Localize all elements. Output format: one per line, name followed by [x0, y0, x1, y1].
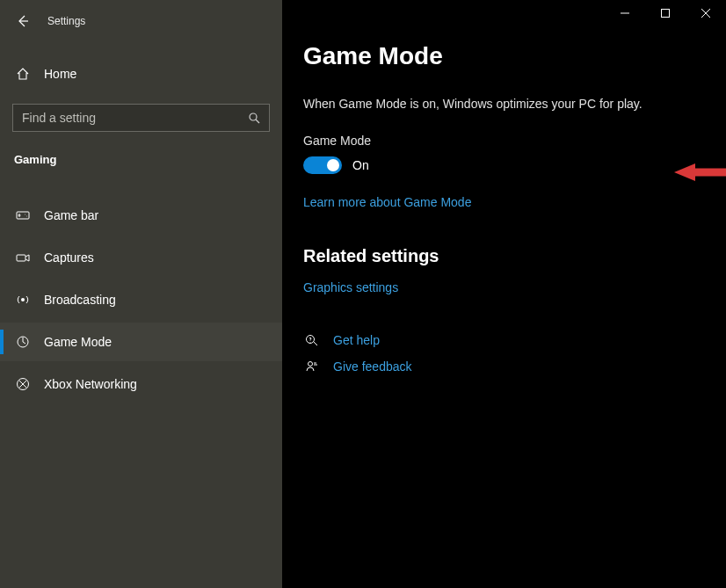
sidebar-item-label: Broadcasting	[44, 293, 116, 307]
related-settings-header: Related settings	[303, 246, 726, 266]
give-feedback-row[interactable]: Give feedback	[303, 359, 726, 374]
sidebar-item-label: Game Mode	[44, 335, 112, 349]
gamemode-icon	[14, 334, 32, 350]
sidebar: Settings Home Gaming Game bar Captures	[0, 0, 282, 588]
sidebar-item-broadcasting[interactable]: Broadcasting	[0, 280, 282, 319]
home-icon	[14, 67, 32, 81]
svg-rect-2	[17, 255, 25, 261]
game-mode-toggle[interactable]	[303, 156, 342, 174]
back-arrow-icon	[16, 14, 30, 28]
sidebar-item-label: Xbox Networking	[44, 377, 137, 391]
window-controls	[605, 0, 726, 26]
feedback-icon	[303, 359, 321, 374]
sidebar-item-game-bar[interactable]: Game bar	[0, 196, 282, 235]
close-icon	[701, 9, 710, 18]
svg-point-8	[309, 362, 313, 367]
sidebar-item-game-mode[interactable]: Game Mode	[0, 323, 282, 361]
search-icon	[248, 112, 260, 124]
captures-icon	[14, 250, 32, 265]
give-feedback-link: Give feedback	[333, 359, 412, 374]
gamebar-icon	[14, 207, 32, 223]
content: Game Mode When Game Mode is on, Windows …	[282, 0, 726, 588]
home-label: Home	[44, 67, 76, 81]
titlebar-left: Settings	[0, 7, 282, 35]
page-description: When Game Mode is on, Windows optimizes …	[303, 97, 726, 111]
page-title: Game Mode	[303, 42, 726, 70]
toggle-state-label: On	[352, 158, 369, 172]
svg-point-3	[21, 298, 25, 301]
nav: Game bar Captures Broadcasting Game Mode…	[0, 196, 282, 403]
game-mode-toggle-row: On	[303, 156, 726, 174]
back-button[interactable]	[9, 7, 37, 35]
sidebar-item-label: Game bar	[44, 208, 98, 222]
sidebar-item-captures[interactable]: Captures	[0, 238, 282, 277]
search-input[interactable]	[22, 111, 248, 125]
toggle-knob	[327, 159, 339, 171]
app-title: Settings	[47, 15, 85, 27]
maximize-button[interactable]	[645, 0, 686, 26]
close-button[interactable]	[686, 0, 726, 26]
graphics-settings-link[interactable]: Graphics settings	[303, 280, 726, 294]
maximize-icon	[661, 9, 670, 18]
sidebar-item-label: Captures	[44, 250, 94, 265]
toggle-label-text: Game Mode	[303, 134, 726, 148]
xbox-icon	[14, 376, 32, 392]
help-icon	[303, 333, 321, 347]
category-header: Gaming	[0, 153, 282, 166]
sidebar-item-xbox-networking[interactable]: Xbox Networking	[0, 365, 282, 403]
search-box[interactable]	[12, 104, 270, 132]
sidebar-home[interactable]: Home	[0, 54, 282, 93]
minimize-icon	[621, 9, 629, 18]
help-section: Get help Give feedback	[303, 333, 726, 374]
learn-more-link[interactable]: Learn more about Game Mode	[303, 195, 726, 209]
minimize-button[interactable]	[605, 0, 645, 26]
get-help-row[interactable]: Get help	[303, 333, 726, 347]
broadcasting-icon	[14, 292, 32, 308]
svg-point-0	[250, 113, 257, 120]
get-help-link: Get help	[333, 333, 380, 347]
svg-rect-6	[662, 10, 670, 18]
